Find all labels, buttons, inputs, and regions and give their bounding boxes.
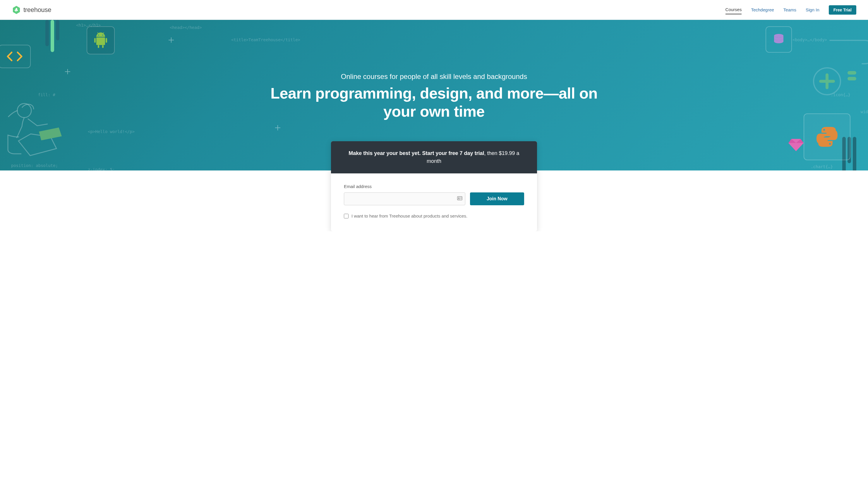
- nav-signin[interactable]: Sign In: [806, 5, 820, 14]
- nav-teams[interactable]: Teams: [783, 5, 796, 14]
- nav-courses[interactable]: Courses: [725, 5, 742, 14]
- email-input[interactable]: [344, 192, 465, 205]
- svg-rect-2: [106, 38, 107, 43]
- svg-line-7: [98, 33, 98, 34]
- svg-rect-3: [98, 45, 99, 48]
- svg-point-9: [774, 34, 783, 38]
- python-icon: [804, 113, 850, 160]
- code-brackets-icon: [0, 45, 31, 68]
- optin-row[interactable]: I want to hear from Treehouse about prod…: [344, 213, 524, 218]
- free-trial-button[interactable]: Free Trial: [829, 5, 856, 15]
- person-laptop-icon: [1, 99, 78, 167]
- hero-title: Learn programming, design, and more—all …: [259, 84, 609, 121]
- deco-text: .chart{…}: [811, 164, 833, 169]
- treehouse-logo-icon: [12, 5, 21, 15]
- deco-text: wid: [861, 109, 868, 114]
- svg-point-5: [98, 35, 99, 36]
- svg-rect-1: [94, 38, 96, 43]
- plus-icon: [275, 125, 281, 130]
- hero-content: Online courses for people of all skill l…: [259, 20, 609, 121]
- database-icon: [766, 26, 792, 52]
- optin-checkbox[interactable]: [344, 214, 349, 218]
- ruby-icon: [788, 138, 804, 153]
- plus-icon: [65, 69, 70, 74]
- headline-bold: Make this year your best yet. Start your…: [349, 150, 484, 156]
- bars-icon: [45, 20, 59, 52]
- svg-rect-4: [102, 45, 104, 48]
- optin-label: I want to hear from Treehouse about prod…: [351, 213, 467, 218]
- svg-line-8: [103, 33, 104, 34]
- android-icon: [87, 26, 115, 55]
- logo-link[interactable]: treehouse: [12, 5, 51, 15]
- svg-rect-12: [848, 77, 856, 80]
- deco-text: fill: #: [38, 92, 55, 97]
- main-nav: Courses Techdegree Teams Sign In Free Tr…: [725, 5, 856, 15]
- game-controller-icon: [809, 38, 868, 97]
- email-label: Email address: [344, 184, 524, 189]
- svg-rect-11: [848, 71, 856, 74]
- plus-icon: [169, 38, 174, 43]
- nav-techdegree[interactable]: Techdegree: [751, 5, 774, 14]
- svg-point-15: [458, 197, 459, 198]
- contact-card-icon: [457, 196, 462, 201]
- deco-text: <head></head>: [170, 25, 202, 30]
- signup-panel: Make this year your best yet. Start your…: [331, 141, 537, 231]
- svg-rect-0: [96, 38, 105, 45]
- deco-text: <p>Hello world!</p>: [88, 129, 135, 134]
- site-header: treehouse Courses Techdegree Teams Sign …: [0, 0, 868, 20]
- svg-point-6: [102, 35, 103, 36]
- svg-rect-14: [457, 196, 462, 200]
- signup-form: Email address Join Now I want to hear fr…: [331, 173, 537, 231]
- deco-text: z-index: 5;: [88, 167, 115, 170]
- signup-headline: Make this year your best yet. Start your…: [331, 141, 537, 173]
- hero-subtitle: Online courses for people of all skill l…: [259, 72, 609, 81]
- logo-text: treehouse: [23, 6, 51, 14]
- join-now-button[interactable]: Join Now: [470, 192, 524, 205]
